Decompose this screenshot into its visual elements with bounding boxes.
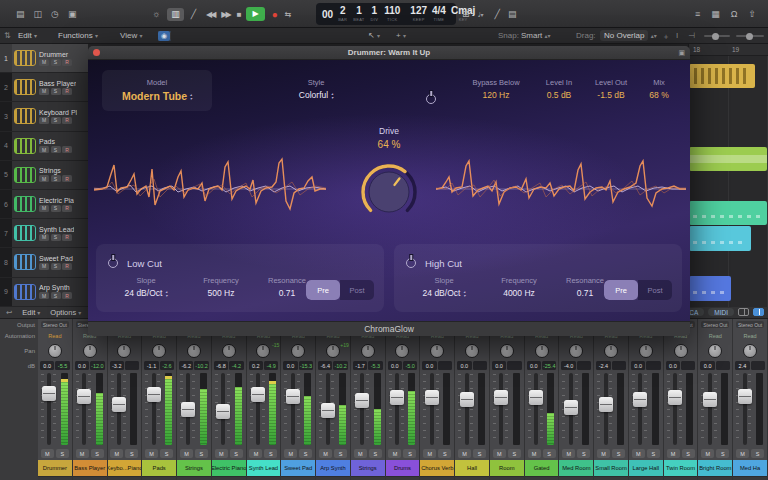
mute-button[interactable]: M — [76, 449, 89, 458]
solo-button[interactable]: S — [612, 449, 625, 458]
single-pane-icon[interactable] — [738, 308, 749, 316]
pre-button[interactable]: Pre — [604, 280, 638, 300]
track-header[interactable]: 4 Pads M S R — [0, 132, 88, 161]
mute-button[interactable]: M — [39, 146, 49, 153]
automation-mode-select[interactable]: Read — [48, 333, 61, 339]
bypass-below-control[interactable]: Bypass Below 120 Hz — [459, 78, 533, 100]
low-cut-power-icon[interactable] — [108, 254, 118, 272]
pan-knob[interactable] — [48, 344, 62, 358]
lcd-time-signature[interactable]: 4/4 TIME — [432, 6, 446, 22]
pan-knob[interactable] — [674, 344, 688, 358]
pan-knob[interactable] — [535, 344, 549, 358]
channel-name[interactable]: Strings — [351, 460, 385, 476]
record-enable-button[interactable]: R — [62, 292, 72, 299]
level-in-control[interactable]: Level In 0.5 dB — [535, 78, 583, 100]
channel-name[interactable]: Small Room — [594, 460, 628, 476]
volume-db-value[interactable]: -6.8 — [214, 361, 228, 370]
record-enable-button[interactable]: R — [62, 205, 72, 212]
volume-db-value[interactable]: -6.2 — [179, 361, 193, 370]
mute-button[interactable]: M — [180, 449, 193, 458]
mute-button[interactable]: M — [110, 449, 123, 458]
pan-knob[interactable] — [465, 344, 479, 358]
volume-db-value[interactable]: -4.0 — [561, 361, 575, 370]
mute-button[interactable]: M — [284, 449, 297, 458]
solo-button[interactable]: S — [51, 234, 61, 241]
command-tool-select[interactable]: + ▾ — [396, 31, 406, 40]
record-enable-button[interactable]: R — [62, 234, 72, 241]
automation-mode-select[interactable]: Read — [744, 333, 757, 339]
volume-fader[interactable] — [355, 393, 369, 408]
volume-db-value[interactable]: 0.0 — [700, 361, 714, 370]
volume-fader[interactable] — [703, 392, 717, 407]
track-header[interactable]: 5 Strings M S R — [0, 161, 88, 190]
track-header[interactable]: 6 Electric Pia M S R — [0, 190, 88, 219]
solo-button[interactable]: S — [438, 449, 451, 458]
volume-fader[interactable] — [251, 387, 265, 402]
high-cut-slope[interactable]: Slope 24 dB/Oct▴▾ — [408, 276, 480, 298]
record-enable-button[interactable]: R — [62, 88, 72, 95]
volume-db-value[interactable]: 0.0 — [527, 361, 541, 370]
volume-fader[interactable] — [529, 390, 543, 405]
solo-button[interactable]: S — [51, 88, 61, 95]
mute-button[interactable]: M — [597, 449, 610, 458]
volume-db-value[interactable]: 0.0 — [422, 361, 436, 370]
nudge-icon[interactable]: ⇅ — [4, 31, 11, 40]
volume-fader[interactable] — [460, 392, 474, 407]
post-button[interactable]: Post — [340, 280, 374, 300]
solo-button[interactable]: S — [91, 449, 104, 458]
volume-fader[interactable] — [216, 404, 230, 419]
mute-button[interactable]: M — [145, 449, 158, 458]
volume-db-value[interactable]: 0.0 — [492, 361, 506, 370]
volume-fader[interactable] — [42, 386, 56, 401]
dual-pane-icon[interactable] — [753, 308, 764, 316]
post-button[interactable]: Post — [638, 280, 672, 300]
channel-name[interactable]: Electric Piano — [212, 460, 246, 476]
pan-knob[interactable] — [222, 344, 236, 358]
volume-db-value[interactable]: -6.4 — [318, 361, 332, 370]
midi-region[interactable] — [689, 226, 751, 251]
volume-db-value[interactable]: 0.0 — [75, 361, 89, 370]
midi-region[interactable] — [689, 64, 755, 88]
midi-region[interactable] — [689, 276, 731, 301]
snap-select[interactable]: Smart ▴▾ — [521, 31, 551, 40]
pan-knob[interactable] — [187, 344, 201, 358]
mute-button[interactable]: M — [354, 449, 367, 458]
volume-fader[interactable] — [321, 403, 335, 418]
automation-mode-select[interactable]: Read — [709, 333, 722, 339]
midi-button[interactable]: MIDI — [708, 308, 734, 316]
drive-knob[interactable] — [357, 160, 421, 224]
channel-name[interactable]: Arp Synth — [316, 460, 350, 476]
channel-name[interactable]: Room — [490, 460, 524, 476]
pan-knob[interactable] — [639, 344, 653, 358]
track-header[interactable]: 9 Arp Synth M S R — [0, 278, 88, 307]
record-enable-button[interactable]: R — [62, 117, 72, 124]
plugin-titlebar[interactable]: Drummer: Warm It Up ▣ — [88, 46, 690, 60]
volume-fader[interactable] — [390, 390, 404, 405]
mute-button[interactable]: M — [388, 449, 401, 458]
catch-playhead-icon[interactable]: ⊣ — [688, 31, 695, 40]
drag-select[interactable]: No Overlap ▴▾ — [600, 31, 657, 40]
solo-button[interactable]: S — [299, 449, 312, 458]
mute-button[interactable]: M — [39, 175, 49, 182]
mixer-menu-options[interactable]: Options ▾ — [50, 308, 81, 317]
solo-button[interactable]: S — [160, 449, 173, 458]
lcd-tempo[interactable]: 127 KEEP — [410, 6, 427, 22]
solo-button[interactable]: S — [369, 449, 382, 458]
channel-name[interactable]: Gated — [525, 460, 559, 476]
mute-button[interactable]: M — [41, 449, 54, 458]
mute-button[interactable]: M — [249, 449, 262, 458]
channel-name[interactable]: Med Room — [559, 460, 593, 476]
solo-button[interactable]: S — [51, 175, 61, 182]
output-select[interactable]: Stereo Out — [701, 321, 729, 328]
solo-button[interactable]: S — [51, 59, 61, 66]
record-enable-button[interactable]: R — [62, 59, 72, 66]
mute-button[interactable]: M — [562, 449, 575, 458]
channel-name[interactable]: Hall — [455, 460, 489, 476]
high-cut-power-icon[interactable] — [406, 254, 416, 272]
volume-fader[interactable] — [668, 390, 682, 405]
low-cut-slope[interactable]: Slope 24 dB/Oct▴▾ — [110, 276, 182, 298]
solo-button[interactable]: S — [51, 146, 61, 153]
mute-button[interactable]: M — [39, 88, 49, 95]
menu-view[interactable]: View ▾ — [120, 31, 142, 40]
channel-name[interactable]: Chorus Verb — [420, 460, 454, 476]
